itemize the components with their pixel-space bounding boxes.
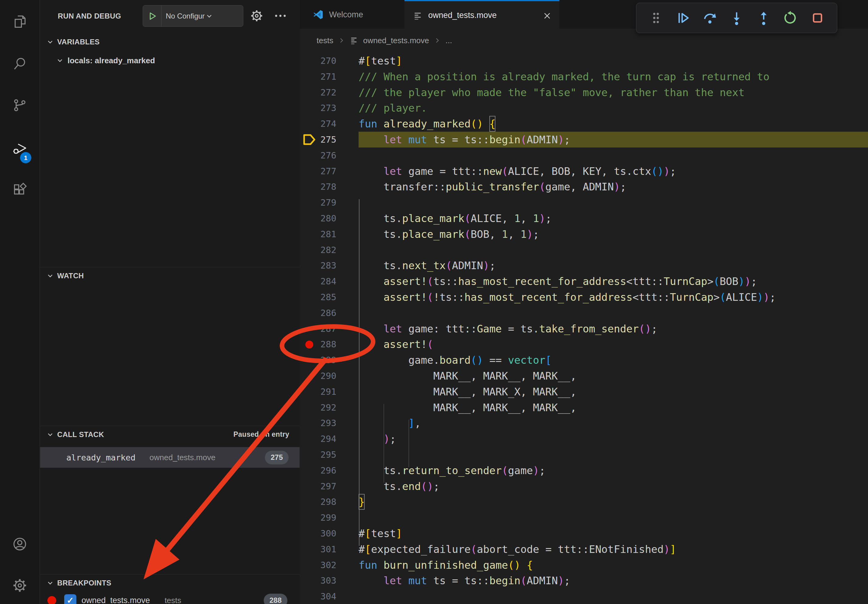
restart-icon[interactable] xyxy=(781,8,800,28)
line-number[interactable]: 292 xyxy=(300,400,336,415)
code-line[interactable]: 291 MARK__, MARK_X, MARK__, xyxy=(300,384,868,400)
more-actions-icon[interactable] xyxy=(273,9,288,23)
code-line[interactable]: 290 MARK__, MARK__, MARK__, xyxy=(300,368,868,384)
code-line[interactable]: 297 ts.end(); xyxy=(300,479,868,494)
line-number[interactable]: 299 xyxy=(300,510,336,525)
line-number[interactable]: 273 xyxy=(300,100,336,116)
line-number[interactable]: 288 xyxy=(300,336,336,352)
line-number[interactable]: 285 xyxy=(300,289,336,305)
stop-icon[interactable] xyxy=(808,8,827,28)
settings-gear-icon[interactable] xyxy=(12,578,28,593)
line-number[interactable]: 279 xyxy=(300,195,336,211)
code-editor[interactable]: 270#[test]271/// When a position is alre… xyxy=(300,52,868,604)
code-line[interactable]: 271/// When a position is already marked… xyxy=(300,69,868,85)
line-number[interactable]: 298 xyxy=(300,494,336,510)
code-line[interactable]: 285 assert!(!ts::has_most_recent_for_add… xyxy=(300,289,868,305)
line-number[interactable]: 300 xyxy=(300,525,336,541)
account-icon[interactable] xyxy=(12,536,28,552)
line-number[interactable]: 283 xyxy=(300,258,336,273)
code-line[interactable]: 299 xyxy=(300,510,868,525)
line-number[interactable]: 304 xyxy=(300,589,336,604)
line-number[interactable]: 293 xyxy=(300,415,336,431)
line-number[interactable]: 297 xyxy=(300,479,336,494)
line-number[interactable]: 284 xyxy=(300,273,336,289)
code-line[interactable]: 301#[expected_failure(abort_code = ttt::… xyxy=(300,541,868,557)
code-line[interactable]: 272/// the player who made the "false" m… xyxy=(300,85,868,101)
code-line[interactable]: 292 MARK__, MARK__, MARK__, xyxy=(300,400,868,415)
code-line[interactable]: 276 xyxy=(300,147,868,163)
call-stack-frame-row[interactable]: already_marked owned_tests.move 275 xyxy=(40,447,299,468)
continue-icon[interactable] xyxy=(673,8,693,28)
debug-settings-gear-icon[interactable] xyxy=(250,9,264,23)
code-line[interactable]: 280 ts.place_mark(ALICE, 1, 1); xyxy=(300,211,868,226)
breadcrumb-item-symbol[interactable]: ... xyxy=(446,36,452,45)
code-line[interactable]: 302fun burn_unfinished_game() { xyxy=(300,557,868,573)
line-number[interactable]: 294 xyxy=(300,431,336,447)
line-number[interactable]: 278 xyxy=(300,179,336,195)
code-line[interactable]: 287 let game: ttt::Game = ts.take_from_s… xyxy=(300,321,868,337)
line-number[interactable]: 295 xyxy=(300,447,336,463)
section-variables[interactable]: VARIABLES xyxy=(40,34,299,51)
code-line[interactable]: 282 xyxy=(300,242,868,258)
line-number[interactable]: 271 xyxy=(300,69,336,85)
code-line[interactable]: 298} xyxy=(300,494,868,510)
line-number[interactable]: 296 xyxy=(300,463,336,479)
source-control-icon[interactable] xyxy=(12,97,28,113)
line-number[interactable]: 291 xyxy=(300,384,336,400)
section-breakpoints[interactable]: BREAKPOINTS xyxy=(40,574,299,591)
tab-owned-tests[interactable]: owned_tests.move xyxy=(405,0,559,29)
breakpoint-row[interactable]: ✓ owned_tests.move tests 288 xyxy=(40,592,299,604)
code-line[interactable]: 300#[test] xyxy=(300,525,868,541)
tab-welcome[interactable]: Welcome xyxy=(301,0,405,29)
code-line[interactable]: 295 xyxy=(300,447,868,463)
code-line[interactable]: 284 assert!(ts::has_most_recent_for_addr… xyxy=(300,273,868,289)
line-number[interactable]: 274 xyxy=(300,116,336,132)
line-number[interactable]: 303 xyxy=(300,573,336,589)
section-call-stack[interactable]: CALL STACK Paused on entry xyxy=(40,426,299,443)
code-line[interactable]: 277 let game = ttt::new(ALICE, BOB, KEY,… xyxy=(300,163,868,179)
line-number[interactable]: 277 xyxy=(300,163,336,179)
code-line[interactable]: 270#[test] xyxy=(300,53,868,69)
extensions-icon[interactable] xyxy=(12,182,28,198)
line-number[interactable]: 302 xyxy=(300,557,336,573)
line-number[interactable]: 275 xyxy=(300,132,336,147)
line-number[interactable]: 282 xyxy=(300,242,336,258)
code-line[interactable]: 281 ts.place_mark(BOB, 1, 1); xyxy=(300,226,868,242)
launch-config-dropdown[interactable]: No Configur xyxy=(143,5,243,27)
breadcrumb-item-file[interactable]: owned_tests.move xyxy=(363,36,429,45)
line-number[interactable]: 281 xyxy=(300,226,336,242)
line-number[interactable]: 276 xyxy=(300,147,336,163)
line-number[interactable]: 272 xyxy=(300,85,336,101)
step-into-icon[interactable] xyxy=(727,8,746,28)
variables-scope-row[interactable]: locals: already_marked xyxy=(40,52,299,69)
code-line[interactable]: 279 xyxy=(300,195,868,211)
code-line[interactable]: 286 xyxy=(300,305,868,321)
line-number[interactable]: 287 xyxy=(300,321,336,337)
code-line[interactable]: 278 transfer::public_transfer(game, ADMI… xyxy=(300,179,868,195)
code-line[interactable]: 275 let mut ts = ts::begin(ADMIN); xyxy=(300,132,868,147)
line-number[interactable]: 301 xyxy=(300,541,336,557)
code-line[interactable]: 289 game.board() == vector[ xyxy=(300,352,868,368)
line-number[interactable]: 280 xyxy=(300,211,336,226)
code-line[interactable]: 273/// player. xyxy=(300,100,868,116)
breakpoint-checkbox[interactable]: ✓ xyxy=(64,594,76,604)
line-number[interactable]: 289 xyxy=(300,352,336,368)
close-icon[interactable] xyxy=(542,10,553,21)
code-line[interactable]: 288 assert!( xyxy=(300,336,868,352)
code-line[interactable]: 304 xyxy=(300,589,868,604)
code-line[interactable]: 296 ts.return_to_sender(game); xyxy=(300,463,868,479)
line-number[interactable]: 290 xyxy=(300,368,336,384)
step-out-icon[interactable] xyxy=(754,8,773,28)
explorer-icon[interactable] xyxy=(12,13,28,29)
line-number[interactable]: 286 xyxy=(300,305,336,321)
code-line[interactable]: 274fun already_marked() { xyxy=(300,116,868,132)
code-line[interactable]: 303 let mut ts = ts::begin(ADMIN); xyxy=(300,573,868,589)
code-line[interactable]: 283 ts.next_tx(ADMIN); xyxy=(300,258,868,273)
code-line[interactable]: 294 ); xyxy=(300,431,868,447)
step-over-icon[interactable] xyxy=(700,8,719,28)
section-watch[interactable]: WATCH xyxy=(40,267,299,284)
start-debug-icon[interactable] xyxy=(147,11,158,21)
line-number[interactable]: 270 xyxy=(300,53,336,69)
breadcrumb-item-folder[interactable]: tests xyxy=(316,36,333,45)
search-icon[interactable] xyxy=(12,56,28,72)
